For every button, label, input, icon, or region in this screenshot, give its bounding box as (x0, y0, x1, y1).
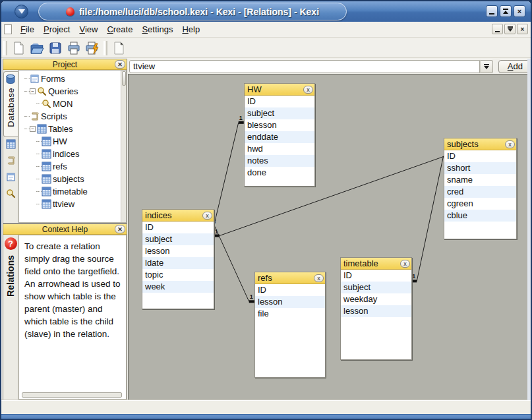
menu-view[interactable]: View (74, 22, 102, 36)
help-tab-relations-label: Relations (5, 255, 16, 297)
help-question-icon: ? (5, 237, 17, 250)
context-help-close-button[interactable]: ✕ (115, 225, 125, 233)
field-subjects-ID[interactable]: ID (444, 150, 516, 162)
context-help-header[interactable]: Context Help ✕ (3, 224, 127, 235)
table-box-titlebar[interactable]: subjectsx (444, 138, 516, 150)
field-HW-ID[interactable]: ID (245, 96, 314, 107)
field-refs-ID[interactable]: ID (255, 284, 325, 296)
project-tree-scrollbar[interactable] (121, 71, 126, 222)
field-subjects-cred[interactable]: cred (444, 186, 516, 198)
title-tab[interactable]: file:/home/luci/db/school.kexi - Kexi - … (38, 3, 347, 20)
new-document-button[interactable] (9, 40, 28, 57)
field-indices-lesson[interactable]: lesson (142, 245, 214, 257)
relation-table-HW[interactable]: HWxIDsubjectblessonenddatehwdnotesdone (244, 83, 315, 187)
table-box-close-button[interactable]: x (314, 274, 324, 282)
print-button[interactable] (65, 40, 83, 57)
field-subjects-cblue[interactable]: cblue (444, 210, 516, 222)
tab-script[interactable] (3, 154, 18, 170)
field-subjects-sshort[interactable]: sshort (444, 162, 516, 174)
relation-table-subjects[interactable]: subjectsxIDsshortsnamecredcgreencblue (444, 138, 517, 239)
mdi-minimize-button[interactable] (492, 24, 503, 34)
relation-table-refs[interactable]: refsxIDlessonfile (254, 272, 326, 378)
tree-item-forms[interactable]: Forms (19, 73, 126, 85)
menu-project[interactable]: Project (39, 22, 74, 36)
field-HW-hwd[interactable]: hwd (245, 143, 314, 155)
relation-table-timetable[interactable]: timetablexIDsubjectweekdaylesson (340, 257, 412, 360)
table-query-combobox[interactable]: ttview (129, 60, 480, 73)
expander-minus-icon[interactable]: − (30, 88, 36, 94)
context-help-hscrollbar[interactable] (22, 392, 122, 398)
tab-query[interactable] (3, 187, 18, 203)
table-box-titlebar[interactable]: refsx (255, 272, 325, 284)
field-indices-ldate[interactable]: ldate (142, 257, 214, 269)
floppy-icon (48, 41, 63, 55)
titlebar[interactable]: file:/home/luci/db/school.kexi - Kexi - … (1, 1, 531, 22)
tab-database[interactable]: Database (3, 71, 18, 137)
field-timetable-ID[interactable]: ID (341, 270, 411, 282)
svg-text:1: 1 (412, 273, 415, 280)
toolbar-handle[interactable] (3, 41, 7, 55)
maximize-button[interactable] (500, 5, 512, 17)
field-timetable-lesson[interactable]: lesson (341, 305, 411, 317)
minimize-button[interactable] (486, 5, 498, 17)
field-refs-lesson[interactable]: lesson (255, 296, 325, 308)
table-box-titlebar[interactable]: HWx (245, 84, 314, 96)
mdi-close-button[interactable]: × (517, 24, 528, 34)
tree-item-mon[interactable]: MON (19, 98, 126, 110)
save-button[interactable] (46, 40, 65, 57)
field-refs-file[interactable]: file (255, 308, 325, 320)
tree-item-timetable[interactable]: timetable (19, 185, 126, 198)
field-indices-subject[interactable]: subject (142, 233, 214, 245)
close-button[interactable]: × (514, 5, 525, 17)
tree-item-subjects[interactable]: subjects (19, 173, 126, 185)
menu-settings[interactable]: Settings (137, 22, 177, 36)
field-HW-subject[interactable]: subject (245, 107, 314, 119)
field-HW-done[interactable]: done (245, 167, 314, 179)
table-box-close-button[interactable]: x (505, 140, 515, 148)
tree-item-hw[interactable]: HW (19, 135, 126, 148)
field-HW-enddate[interactable]: enddate (245, 131, 314, 143)
table-box-close-button[interactable]: x (303, 86, 313, 94)
menu-file[interactable]: File (16, 22, 39, 36)
tree-item-scripts[interactable]: Scripts (19, 110, 126, 123)
menu-create[interactable]: Create (102, 22, 137, 36)
mdi-restore-button[interactable] (504, 24, 516, 34)
window-menu-button[interactable] (15, 5, 28, 18)
field-HW-blesson[interactable]: blesson (245, 119, 314, 131)
tree-item-refs[interactable]: refs (19, 160, 126, 173)
statusbar (1, 400, 531, 414)
field-indices-topic[interactable]: topic (142, 269, 214, 281)
tree-item-tables[interactable]: −Tables (19, 123, 126, 135)
field-timetable-subject[interactable]: subject (341, 282, 411, 293)
new-object-button[interactable] (109, 40, 128, 57)
menu-help[interactable]: Help (177, 22, 204, 36)
project-panel-header[interactable]: Project ✕ (3, 59, 127, 70)
field-indices-week[interactable]: week (142, 281, 214, 293)
field-subjects-cgreen[interactable]: cgreen (444, 198, 516, 210)
field-timetable-weekday[interactable]: weekday (341, 293, 411, 305)
field-indices-ID[interactable]: ID (142, 222, 214, 233)
table-box-titlebar[interactable]: indicesx (142, 210, 214, 222)
field-HW-notes[interactable]: notes (245, 155, 314, 167)
toolbar-separator (103, 41, 107, 55)
relations-canvas[interactable]: 1∞11∞1 HWxIDsubjectblessonenddatehwdnote… (128, 74, 530, 400)
table-box-close-button[interactable]: x (400, 260, 410, 268)
expander-minus-icon[interactable]: − (30, 126, 36, 132)
table-box-name: indices (145, 210, 202, 220)
table-box-close-button[interactable]: x (202, 212, 212, 220)
table-box-titlebar[interactable]: timetablex (341, 258, 411, 270)
printer-icon (67, 41, 81, 55)
relation-table-indices[interactable]: indicesxIDsubjectlessonldatetopicweek (142, 209, 214, 309)
tree-item-indices[interactable]: indices (19, 148, 126, 160)
tab-table[interactable] (3, 137, 18, 154)
project-panel-title: Project (3, 60, 127, 69)
open-button[interactable] (28, 40, 46, 57)
tab-form[interactable] (3, 170, 18, 187)
project-panel-close-button[interactable]: ✕ (115, 60, 125, 69)
child-window-icon[interactable] (4, 24, 12, 34)
print-preview-button[interactable] (83, 40, 102, 57)
tree-item-ttview[interactable]: ttview (19, 198, 126, 210)
tree-item-queries[interactable]: −Queries (19, 85, 126, 98)
combobox-dropdown-button[interactable] (480, 60, 493, 73)
field-subjects-sname[interactable]: sname (444, 174, 516, 186)
